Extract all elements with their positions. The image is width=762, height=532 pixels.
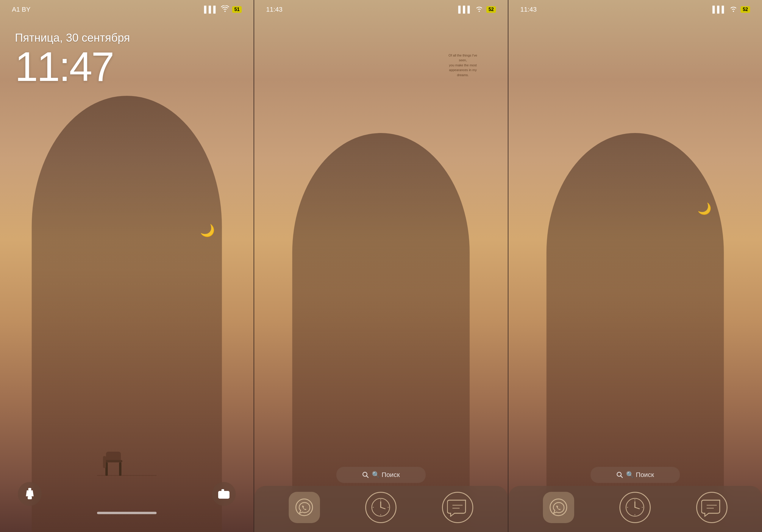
signal-icon-3: ▌▌▌ — [712, 6, 726, 13]
lock-time: 11:47 — [15, 46, 239, 88]
svg-line-137 — [621, 476, 622, 478]
svg-line-141 — [635, 507, 639, 509]
status-right-2: ▌▌▌ 52 — [458, 5, 496, 14]
dock-3-clock[interactable] — [619, 492, 651, 523]
status-bar-2: 11:43 ▌▌▌ 52 — [254, 0, 508, 14]
home-screen-2-panel: 11:43 ▌▌▌ 52 — [508, 0, 762, 532]
signal-icon: ▌▌▌ — [204, 6, 218, 13]
lock-actions — [0, 482, 254, 506]
search-pill-2[interactable]: 🔍 Поиск — [336, 467, 426, 483]
whatsapp-dock-icon — [289, 492, 320, 523]
search-label-3: 🔍 Поиск — [626, 471, 654, 479]
svg-rect-8 — [28, 496, 32, 499]
home-screen-1-panel: 11:43 ▌▌▌ 52 — [254, 0, 508, 532]
whatsapp-icon — [295, 498, 314, 517]
dock-3-messages[interactable] — [696, 492, 727, 523]
svg-line-81 — [366, 476, 368, 478]
status-bar: A1 BY ▌▌▌ 51 — [0, 0, 254, 14]
dock-3-whatsapp[interactable] — [543, 492, 574, 523]
search-icon-2 — [362, 472, 369, 478]
dock-2 — [254, 486, 508, 532]
camera-button[interactable] — [212, 482, 236, 506]
battery-label-3: 52 — [740, 6, 750, 13]
whatsapp-dock-icon-3 — [543, 492, 574, 523]
battery-label: 51 — [232, 6, 242, 13]
time-label-2: 11:43 — [266, 6, 282, 13]
battery-label-2: 52 — [486, 6, 496, 13]
lock-date: Пятница, 30 сентября — [15, 32, 239, 44]
messages-dock-icon — [442, 492, 473, 523]
signal-icon-2: ▌▌▌ — [458, 6, 472, 13]
whatsapp-icon-3 — [549, 498, 568, 517]
status-bar-3: 11:43 ▌▌▌ 52 — [508, 0, 762, 14]
svg-point-13 — [227, 492, 229, 493]
svg-rect-6 — [28, 488, 31, 490]
search-pill-3[interactable]: 🔍 Поиск — [590, 467, 680, 483]
book-body: Of all the things I've seen,you make the… — [448, 53, 478, 78]
clock-dock-icon — [365, 492, 397, 523]
time-label-3: 11:43 — [520, 6, 537, 13]
lock-bottom — [0, 482, 254, 517]
messages-icon-3 — [701, 498, 722, 517]
status-right-3: ▌▌▌ 52 — [712, 5, 750, 14]
dock-whatsapp[interactable] — [289, 492, 320, 523]
clock-dock-icon-3 — [619, 492, 651, 523]
wifi-icon-2 — [475, 5, 484, 14]
status-right: ▌▌▌ 51 — [204, 5, 242, 14]
dock-clock[interactable] — [365, 492, 397, 523]
svg-line-85 — [381, 507, 385, 509]
svg-marker-7 — [26, 490, 34, 496]
dock-messages[interactable] — [442, 492, 473, 523]
wifi-icon-3 — [729, 5, 737, 14]
moon-decoration-3: 🌙 — [697, 202, 712, 215]
svg-point-11 — [222, 493, 225, 496]
home-indicator — [97, 512, 157, 514]
dock-3 — [508, 486, 762, 532]
search-icon-3 — [616, 472, 623, 478]
lock-screen-panel: A1 BY ▌▌▌ 51 Пятница, 30 сентября 11:47 … — [0, 0, 254, 532]
search-label-2: 🔍 Поиск — [372, 471, 400, 479]
messages-dock-icon-3 — [696, 492, 727, 523]
clock-icon — [370, 496, 392, 519]
carrier-label: A1 BY — [12, 6, 30, 13]
lock-content: Пятница, 30 сентября 11:47 — [0, 14, 254, 532]
svg-rect-12 — [221, 489, 224, 491]
messages-icon — [447, 498, 468, 517]
wifi-icon — [221, 5, 229, 14]
flashlight-button[interactable] — [18, 482, 42, 506]
clock-icon-3 — [624, 496, 646, 519]
